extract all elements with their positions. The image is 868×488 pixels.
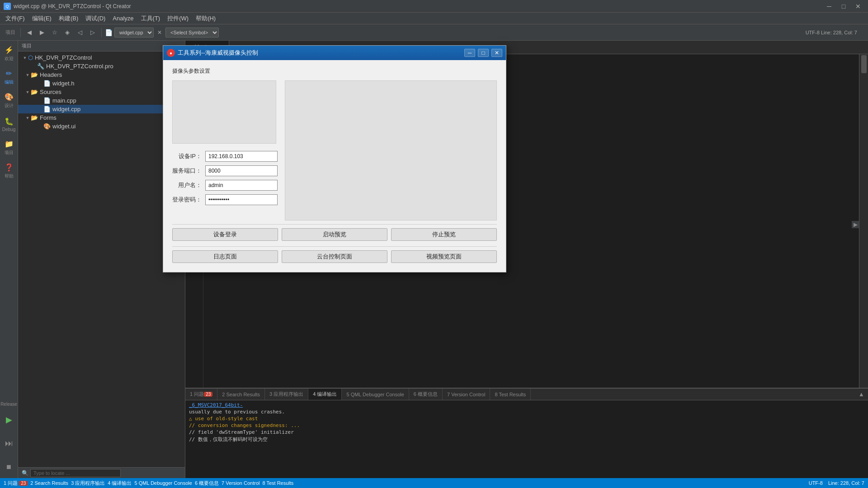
- form-row-password: 登录密码：: [172, 194, 278, 205]
- dialog-form: 设备IP： 服务端口： 用户名： 登录密码：: [172, 151, 278, 205]
- start-preview-button[interactable]: 启动预览: [282, 228, 387, 241]
- dialog-section-label: 摄像头参数设置: [172, 67, 497, 75]
- dialog-body: 摄像头参数设置 设备IP： 服务端口：: [163, 60, 506, 272]
- form-label-password: 登录密码：: [172, 196, 202, 204]
- service-port-input[interactable]: [205, 165, 278, 176]
- dialog: ● 工具系列--海康威视摄像头控制 ─ □ ✕ 摄像头参数设置 设备IP：: [163, 45, 506, 272]
- form-label-port: 服务端口：: [172, 167, 202, 175]
- form-row-port: 服务端口：: [172, 165, 278, 176]
- form-label-ip: 设备IP：: [172, 152, 202, 160]
- dialog-form-area: 设备IP： 服务端口： 用户名： 登录密码：: [172, 80, 278, 221]
- dialog-maximize-button[interactable]: □: [478, 49, 489, 57]
- username-input[interactable]: [205, 180, 278, 191]
- dialog-preview-right: [285, 80, 497, 221]
- dialog-close-button[interactable]: ✕: [491, 49, 502, 57]
- device-login-button[interactable]: 设备登录: [172, 228, 278, 241]
- dialog-title-text: 工具系列--海康威视摄像头控制: [178, 49, 462, 57]
- password-input[interactable]: [205, 194, 278, 205]
- dialog-buttons-row2: 日志页面 云台控制页面 视频预览页面: [172, 246, 497, 265]
- dialog-preview-top: [172, 80, 276, 144]
- dialog-titlebar: ● 工具系列--海康威视摄像头控制 ─ □ ✕: [163, 46, 506, 60]
- form-row-ip: 设备IP：: [172, 151, 278, 162]
- dialog-title-icon: ●: [167, 49, 175, 57]
- video-preview-button[interactable]: 视频预览页面: [391, 250, 497, 263]
- dialog-overlay: ● 工具系列--海康威视摄像头控制 ─ □ ✕ 摄像头参数设置 设备IP：: [0, 0, 868, 488]
- form-label-username: 用户名：: [172, 181, 202, 189]
- ptz-control-button[interactable]: 云台控制页面: [282, 250, 387, 263]
- dialog-two-col: 设备IP： 服务端口： 用户名： 登录密码：: [172, 80, 497, 221]
- device-ip-input[interactable]: [205, 151, 278, 162]
- form-row-username: 用户名：: [172, 180, 278, 191]
- log-page-button[interactable]: 日志页面: [172, 250, 278, 263]
- stop-preview-button[interactable]: 停止预览: [391, 228, 497, 241]
- dialog-buttons-row1: 设备登录 启动预览 停止预览: [172, 224, 497, 243]
- dialog-minimize-button[interactable]: ─: [464, 49, 475, 57]
